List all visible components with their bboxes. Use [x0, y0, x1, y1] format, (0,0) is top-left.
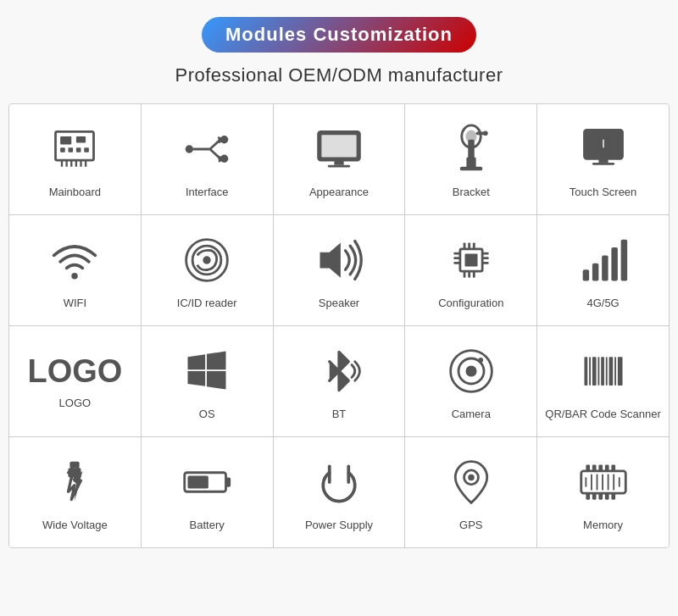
mainboard-icon — [47, 122, 102, 176]
logo-icon: LOGO — [27, 355, 122, 387]
power-icon — [312, 455, 366, 509]
svg-rect-87 — [604, 493, 609, 500]
svg-rect-61 — [584, 357, 587, 386]
svg-rect-85 — [592, 493, 596, 500]
wide-voltage-label: Wide Voltage — [42, 518, 108, 533]
svg-rect-39 — [464, 253, 477, 266]
grid-row-3: LOGO LOGO OS — [9, 326, 669, 437]
svg-point-59 — [465, 365, 476, 376]
widevoltage-icon — [47, 455, 102, 509]
svg-rect-6 — [85, 147, 90, 153]
touch-screen-label: Touch Screen — [570, 185, 637, 200]
speaker-label: Speaker — [319, 296, 359, 311]
grid-row-4: Wide Voltage Battery Power S — [9, 437, 669, 547]
svg-point-36 — [203, 256, 211, 264]
mainboard-label: Mainboard — [49, 185, 101, 200]
cell-bracket: Bracket — [405, 104, 537, 214]
badge-text: Modules Customization — [225, 24, 453, 45]
cell-ic-id-reader: IC/ID reader — [142, 215, 274, 325]
svg-rect-0 — [56, 131, 94, 160]
svg-rect-80 — [592, 464, 596, 471]
memory-icon — [576, 455, 631, 509]
svg-point-77 — [468, 474, 475, 481]
cell-battery: Battery — [142, 437, 274, 547]
svg-rect-45 — [482, 262, 489, 264]
interface-icon — [180, 122, 234, 176]
touch-screen-icon — [576, 122, 631, 176]
wifi-icon — [47, 233, 102, 287]
4g5g-label: 4G/5G — [586, 296, 619, 311]
grid-row-2: WIFI IC/ID reader — [9, 215, 669, 326]
cell-bt: BT — [274, 326, 406, 436]
cell-appearance: Appearance — [274, 104, 406, 214]
svg-rect-4 — [69, 147, 74, 153]
cell-interface: Interface — [142, 104, 274, 214]
svg-rect-1 — [61, 136, 72, 144]
signal-icon — [576, 233, 631, 287]
svg-rect-75 — [188, 475, 208, 488]
cell-speaker: Speaker — [274, 215, 406, 325]
svg-rect-32 — [592, 163, 614, 165]
svg-rect-3 — [61, 147, 66, 153]
cell-configuration: Configuration — [405, 215, 537, 325]
svg-rect-5 — [76, 147, 81, 153]
speaker-icon — [312, 233, 366, 287]
svg-rect-62 — [589, 357, 591, 386]
svg-rect-65 — [601, 357, 604, 386]
svg-rect-83 — [611, 464, 615, 471]
svg-rect-43 — [482, 253, 489, 255]
svg-rect-46 — [463, 242, 465, 249]
camera-label: Camera — [452, 407, 491, 422]
svg-rect-47 — [468, 242, 470, 249]
power-supply-label: Power Supply — [305, 518, 373, 533]
cell-logo: LOGO LOGO — [9, 326, 142, 436]
svg-rect-40 — [453, 253, 460, 255]
svg-rect-88 — [611, 493, 615, 500]
svg-rect-50 — [468, 271, 470, 278]
os-label: OS — [199, 407, 215, 422]
cell-touch-screen: Touch Screen — [537, 104, 669, 214]
svg-rect-21 — [328, 165, 350, 168]
interface-label: Interface — [186, 185, 229, 200]
os-icon — [180, 344, 234, 398]
svg-point-29 — [483, 130, 488, 136]
svg-rect-84 — [586, 493, 590, 500]
svg-rect-55 — [611, 247, 618, 280]
svg-rect-51 — [473, 271, 475, 278]
qrscanner-icon — [576, 344, 631, 398]
svg-rect-48 — [473, 242, 475, 249]
svg-rect-49 — [463, 271, 465, 278]
gps-icon — [444, 455, 498, 509]
svg-rect-69 — [617, 357, 622, 386]
svg-rect-41 — [453, 257, 460, 259]
svg-point-60 — [478, 358, 483, 363]
cell-4g5g: 4G/5G — [537, 215, 669, 325]
ic-id-reader-label: IC/ID reader — [177, 296, 237, 311]
svg-point-13 — [186, 145, 193, 153]
bluetooth-icon — [312, 344, 366, 398]
header-badge: Modules Customization — [202, 17, 476, 53]
configuration-icon — [444, 233, 498, 287]
svg-rect-81 — [598, 464, 603, 471]
svg-point-33 — [72, 273, 79, 280]
memory-label: Memory — [583, 518, 623, 533]
svg-rect-74 — [226, 477, 231, 486]
svg-rect-82 — [604, 464, 609, 471]
cell-gps: GPS — [405, 437, 537, 547]
cell-qr-bar-code-scanner: QR/BAR Code Scanner — [537, 326, 669, 436]
svg-rect-68 — [614, 357, 616, 386]
cell-wide-voltage: Wide Voltage — [9, 437, 142, 547]
svg-marker-37 — [320, 242, 340, 277]
svg-rect-53 — [592, 264, 598, 281]
gps-label: GPS — [459, 518, 482, 533]
cell-wifi: WIFI — [9, 215, 142, 325]
svg-rect-24 — [460, 167, 482, 171]
appearance-label: Appearance — [309, 185, 369, 200]
svg-rect-31 — [598, 158, 608, 163]
svg-rect-54 — [602, 255, 609, 280]
svg-rect-86 — [598, 493, 603, 500]
bt-label: BT — [332, 407, 347, 422]
modules-grid: Mainboard Interface — [8, 103, 670, 548]
wifi-label: WIFI — [64, 296, 86, 311]
svg-rect-56 — [620, 240, 627, 281]
